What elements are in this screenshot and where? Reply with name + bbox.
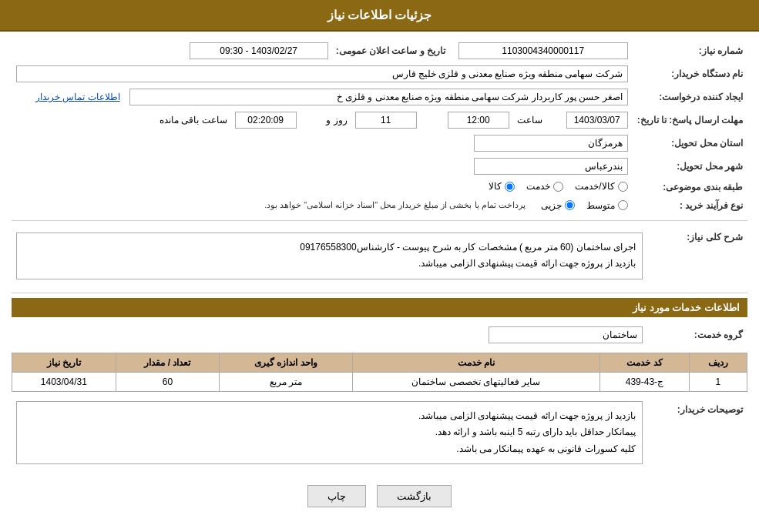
ostan-value: هرمزگان [474, 135, 628, 152]
tozihat-label: توصیحات خریدار: [647, 398, 747, 468]
radio-khadamat-item[interactable]: خدمت [526, 181, 563, 192]
radio-kala-label: کالا [489, 181, 502, 192]
col-radif: ردیف [689, 353, 747, 372]
shahr-cell: بندرعباس [12, 155, 633, 178]
radio-jozi-item[interactable]: جزیی [541, 200, 575, 211]
button-bar: بازگشت چاپ [12, 473, 747, 519]
col-unit: واحد اندازه گیری [220, 353, 352, 372]
service-table-body: 1 ج-43-439 سایر فعالیتهای تخصصی ساختمان … [12, 372, 747, 391]
tozihat-cell: بازدید از پروژه جهت ارائه قیمت پیشنهادی … [12, 398, 647, 468]
sharh-cell: اجرای ساختمان (60 متر مربع ) مشخصات کار … [12, 226, 647, 286]
farayand-radio-group: متوسط جزیی [541, 200, 628, 211]
mohlat-days: 11 [355, 112, 417, 129]
mohlat-label: مهلت ارسال پاسخ: تا تاریخ: [633, 109, 747, 132]
col-date: تاریخ نیاز [12, 353, 116, 372]
contact-link-cell[interactable]: اطلاعات تماس خریدار [12, 85, 125, 109]
noe-farayand-content: متوسط جزیی پرداخت تمام یا بخشی از مبلغ خ… [16, 200, 628, 211]
sharh-row: شرح کلی نیاز: اجرای ساختمان (60 متر مربع… [12, 226, 747, 286]
contact-link[interactable]: اطلاعات تماس خریدار [35, 92, 120, 102]
sharh-value: اجرای ساختمان (60 متر مربع ) مشخصات کار … [16, 233, 643, 279]
col-count: تعداد / مقدار [116, 353, 220, 372]
ostan-label: استان محل تحویل: [633, 132, 747, 155]
shahr-label: شهر محل تحویل: [633, 155, 747, 178]
print-button[interactable]: چاپ [307, 485, 366, 507]
tozihat-table: توصیحات خریدار: بازدید از پروژه جهت ارائ… [12, 398, 747, 468]
radio-kala-item[interactable]: کالا [489, 181, 515, 192]
mohlat-time: 12:00 [448, 112, 509, 129]
sharh-label: شرح کلی نیاز: [647, 226, 747, 286]
nam-dastgah-label: نام دستگاه خریدار: [633, 62, 747, 85]
service-section-title: اطلاعات خدمات مورد نیاز [12, 298, 747, 317]
tarikh-value: 1403/02/27 - 09:30 [190, 42, 328, 59]
grohe-cell: ساختمان [12, 323, 647, 346]
mohlat-time-cell: ساعت 12:00 [421, 109, 547, 132]
nam-dastgah-row: نام دستگاه خریدار: شرکت سهامی منطقه ویژه… [12, 62, 747, 85]
ijad-konande-value: اصغر حسن پور کاربردار شرکت سهامی منطقه و… [129, 89, 628, 105]
sharh-text: اجرای ساختمان (60 متر مربع ) مشخصات کار … [300, 242, 636, 269]
ostan-row: استان محل تحویل: هرمزگان [12, 132, 747, 155]
ostan-cell: هرمزگان [12, 132, 633, 155]
mohlat-remaining-label: ساعت باقی مانده [160, 115, 227, 125]
cell-radif: 1 [689, 372, 747, 391]
radio-kala[interactable] [505, 182, 515, 192]
divider-1 [12, 220, 747, 221]
sharh-table: شرح کلی نیاز: اجرای ساختمان (60 متر مربع… [12, 226, 747, 286]
divider-2 [12, 293, 747, 293]
content-area: شماره نیاز: 1103004340000117 تاریخ و ساع… [0, 32, 759, 527]
nam-dastgah-cell: شرکت سهامی منطقه ویژه صنایع معدنی و فلزی… [12, 62, 633, 85]
shomare-niaz-row: شماره نیاز: 1103004340000117 تاریخ و ساع… [12, 39, 747, 62]
shahr-value: بندرعباس [474, 158, 628, 175]
ijad-konande-label: ایجاد کننده درخواست: [633, 85, 747, 109]
radio-khadamat[interactable] [553, 182, 563, 192]
radio-jozi-label: جزیی [541, 200, 562, 211]
col-name: نام خدمت [352, 353, 599, 372]
col-kod: کد خدمت [599, 353, 689, 372]
grohe-value: ساختمان [489, 326, 643, 343]
tabaghebandi-row: طبقه بندی موضوعی: کالا/خدمت خدمت [12, 178, 747, 197]
radio-kala-khadamat-item[interactable]: کالا/خدمت [575, 181, 627, 192]
shahr-row: شهر محل تحویل: بندرعباس [12, 155, 747, 178]
tabaghebandi-cell: کالا/خدمت خدمت کالا [12, 178, 633, 197]
radio-kala-khadamat-label: کالا/خدمت [575, 181, 614, 192]
radio-khadamat-label: خدمت [526, 181, 550, 192]
mohlat-days-cell: 11 روز و [301, 109, 421, 132]
service-table: ردیف کد خدمت نام خدمت واحد اندازه گیری ت… [12, 353, 747, 392]
radio-motovaset-label: متوسط [586, 200, 615, 211]
grohe-label: گروه خدمت: [647, 323, 747, 346]
grohe-row: گروه خدمت: ساختمان [12, 323, 747, 346]
mohlat-day-label: روز و [326, 115, 347, 125]
page-header: جزئیات اطلاعات نیاز [0, 0, 759, 32]
noe-farayand-label: نوع فرآیند خرید : [633, 197, 747, 214]
page-title: جزئیات اطلاعات نیاز [327, 8, 432, 22]
radio-motovaset-item[interactable]: متوسط [586, 200, 628, 211]
tabaghebandi-label: طبقه بندی موضوعی: [633, 178, 747, 197]
table-row: 1 ج-43-439 سایر فعالیتهای تخصصی ساختمان … [12, 372, 747, 391]
back-button[interactable]: بازگشت [377, 485, 452, 507]
shomare-niaz-label: شماره نیاز: [633, 39, 747, 62]
shomare-niaz-value: 1103004340000117 تاریخ و ساعت اعلان عموم… [12, 39, 633, 62]
cell-count: 60 [116, 372, 220, 391]
service-table-header: ردیف کد خدمت نام خدمت واحد اندازه گیری ت… [12, 353, 747, 372]
noe-farayand-note: پرداخت تمام یا بخشی از مبلغ خریدار محل "… [264, 200, 526, 210]
grohe-table: گروه خدمت: ساختمان [12, 323, 747, 346]
cell-kod: ج-43-439 [599, 372, 689, 391]
nam-dastgah-value: شرکت سهامی منطقه ویژه صنایع معدنی و فلزی… [16, 65, 628, 82]
tozihat-row: توصیحات خریدار: بازدید از پروژه جهت ارائ… [12, 398, 747, 468]
tozihat-text: بازدید از پروژه جهت ارائه قیمت پیشنهادی … [418, 410, 636, 454]
tarikh-label: تاریخ و ساعت اعلان عمومی: [336, 45, 445, 56]
mohlat-date-cell: 1403/03/07 [547, 109, 633, 132]
noe-farayand-cell: متوسط جزیی پرداخت تمام یا بخشی از مبلغ خ… [12, 197, 633, 214]
tabaghebandi-radio-group: کالا/خدمت خدمت کالا [489, 181, 627, 192]
ijad-konande-row: ایجاد کننده درخواست: اصغر حسن پور کاربرد… [12, 85, 747, 109]
radio-kala-khadamat[interactable] [618, 182, 628, 192]
radio-jozi[interactable] [565, 200, 575, 210]
cell-date: 1403/04/31 [12, 372, 116, 391]
noe-farayand-row: نوع فرآیند خرید : متوسط جزیی [12, 197, 747, 214]
mohlat-row: مهلت ارسال پاسخ: تا تاریخ: 1403/03/07 سا… [12, 109, 747, 132]
page-container: جزئیات اطلاعات نیاز شماره نیاز: 11030043… [0, 0, 759, 532]
mohlat-time-label: ساعت [517, 115, 542, 125]
radio-motovaset[interactable] [618, 200, 628, 210]
mohlat-date: 1403/03/07 [566, 112, 628, 129]
tozihat-value: بازدید از پروژه جهت ارائه قیمت پیشنهادی … [16, 401, 643, 465]
main-info-table: شماره نیاز: 1103004340000117 تاریخ و ساع… [12, 39, 747, 214]
